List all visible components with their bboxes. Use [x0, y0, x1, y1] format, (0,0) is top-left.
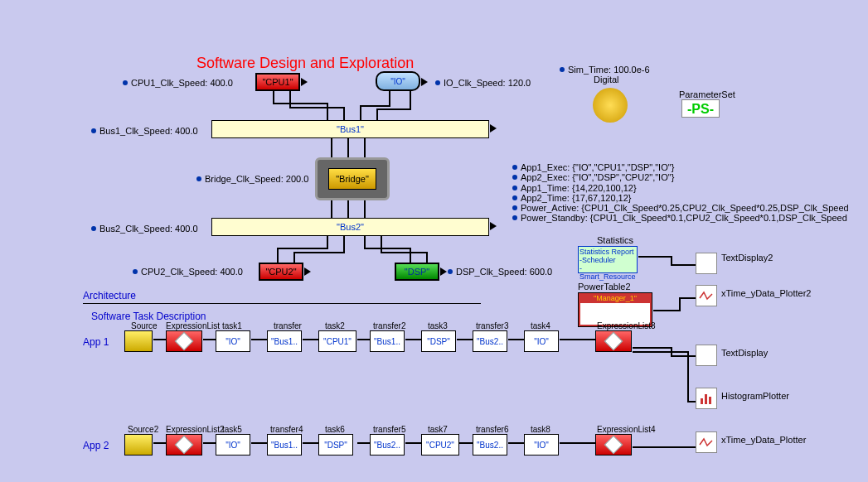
parameterset-block[interactable]: -PS-	[681, 99, 720, 118]
task4-block[interactable]: "IO"	[524, 330, 559, 352]
param-power-standby: Power_Standby: {CPU1_Clk_Speed*0.1,CPU2_…	[512, 213, 847, 223]
source-label: Source	[131, 321, 158, 330]
task6-label: task6	[325, 425, 345, 434]
transfer2-label: transfer2	[373, 321, 405, 330]
block-cpu1[interactable]: "CPU1"	[255, 73, 300, 91]
task1-label: task1	[222, 321, 242, 330]
transfer5-block[interactable]: "Bus2..	[370, 434, 405, 455]
histogram-label: HistogramPlotter	[721, 391, 789, 401]
task1-block[interactable]: "IO"	[216, 330, 250, 352]
digital-label: Digital	[594, 75, 619, 84]
block-bus2[interactable]: "Bus2"	[211, 218, 489, 236]
task7-block[interactable]: "CPU2"	[421, 434, 459, 455]
paramset-label: ParameterSet	[679, 89, 735, 99]
task6-block[interactable]: "DSP"	[318, 434, 353, 455]
task8-label: task8	[531, 425, 550, 434]
textdisplay2-block[interactable]	[696, 253, 717, 274]
transfer-label: transfer	[274, 321, 302, 330]
param-bus2: Bus2_Clk_Speed: 400.0	[91, 224, 198, 234]
svg-rect-1	[705, 394, 707, 404]
exprlist3-block[interactable]	[595, 330, 632, 352]
transfer2-block[interactable]: "Bus1..	[370, 330, 405, 352]
param-power-active: Power_Active: {CPU1_Clk_Speed*0.25,CPU2_…	[512, 203, 849, 213]
task3-label: task3	[428, 321, 448, 330]
diagram-canvas: Software Design and Exploration CPU1_Clk…	[0, 0, 868, 482]
statistics-block[interactable]: Statistics Report -Scheduler -Smart_Reso…	[578, 246, 638, 273]
source-block[interactable]	[124, 330, 153, 352]
param-sim-time: Sim_Time: 100.0e-6	[560, 65, 650, 75]
plotter2-block[interactable]	[696, 285, 717, 306]
exprlist-label: ExpressionList	[166, 321, 220, 330]
exprlist2-label: ExpressionList2	[166, 425, 225, 434]
digital-icon[interactable]	[593, 88, 628, 123]
exprlist3-label: ExpressionList3	[597, 321, 656, 330]
wire-layer	[0, 0, 868, 482]
divider	[83, 303, 481, 304]
param-app1-time: App1_Time: {14,220,100,12}	[512, 183, 637, 193]
plotter2-label: xTime_yData_Plotter2	[721, 288, 811, 298]
main-title: Software Design and Exploration	[196, 55, 414, 72]
transfer5-label: transfer5	[373, 425, 405, 434]
task4-label: task4	[531, 321, 550, 330]
statistics-label: Statistics	[597, 235, 633, 245]
plotter-label: xTime_yData_Plotter	[721, 435, 806, 445]
param-app2-exec: App2_Exec: {"IO","DSP","CPU2","IO"}	[512, 172, 674, 182]
param-app2-time: App2_Time: {17,67,120,12}	[512, 193, 632, 203]
transfer3-block[interactable]: "Bus2..	[473, 330, 507, 352]
textdisplay-label: TextDisplay	[721, 348, 768, 358]
software-task-label: Software Task Description	[91, 311, 206, 322]
block-dsp[interactable]: "DSP"	[395, 263, 439, 281]
powertable-label: PowerTable2	[578, 282, 631, 292]
exprlist-block[interactable]	[166, 330, 202, 352]
param-io: IO_Clk_Speed: 120.0	[435, 78, 531, 88]
block-bus1[interactable]: "Bus1"	[211, 120, 489, 138]
exprlist4-block[interactable]	[595, 434, 632, 455]
transfer4-block[interactable]: "Bus1..	[267, 434, 302, 455]
transfer3-label: transfer3	[476, 321, 508, 330]
exprlist2-block[interactable]	[166, 434, 202, 455]
task3-block[interactable]: "DSP"	[421, 330, 456, 352]
textdisplay-block[interactable]	[696, 345, 717, 366]
task5-block[interactable]: "IO"	[216, 434, 250, 455]
block-io[interactable]: "IO"	[376, 71, 420, 91]
param-dsp: DSP_Clk_Speed: 600.0	[448, 267, 552, 277]
histogram-block[interactable]	[696, 388, 717, 409]
task2-label: task2	[325, 321, 345, 330]
exprlist4-label: ExpressionList4	[597, 425, 656, 434]
svg-rect-0	[701, 398, 703, 404]
transfer6-block[interactable]: "Bus2..	[473, 434, 507, 455]
svg-rect-2	[709, 397, 711, 404]
architecture-label: Architecture	[83, 290, 136, 301]
plotter-block[interactable]	[696, 431, 717, 453]
app1-label: App 1	[83, 336, 109, 348]
param-cpu2: CPU2_Clk_Speed: 400.0	[133, 267, 243, 277]
source2-block[interactable]	[124, 434, 153, 455]
app2-label: App 2	[83, 440, 109, 451]
param-bridge: Bridge_Clk_Speed: 200.0	[196, 174, 308, 184]
transfer4-label: transfer4	[270, 425, 303, 434]
textdisplay2-label: TextDisplay2	[721, 253, 773, 263]
task8-block[interactable]: "IO"	[524, 434, 559, 455]
block-bridge[interactable]: "Bridge"	[315, 157, 390, 200]
task5-label: task5	[222, 425, 242, 434]
param-app1-exec: App1_Exec: {"IO","CPU1","DSP","IO"}	[512, 162, 674, 172]
block-cpu2[interactable]: "CPU2"	[259, 263, 303, 281]
task7-label: task7	[428, 425, 448, 434]
transfer-block[interactable]: "Bus1..	[267, 330, 302, 352]
param-bus1: Bus1_Clk_Speed: 400.0	[91, 126, 198, 136]
source2-label: Source2	[128, 425, 158, 434]
transfer6-label: transfer6	[476, 425, 508, 434]
param-cpu1: CPU1_Clk_Speed: 400.0	[123, 78, 233, 88]
task2-block[interactable]: "CPU1"	[318, 330, 356, 352]
